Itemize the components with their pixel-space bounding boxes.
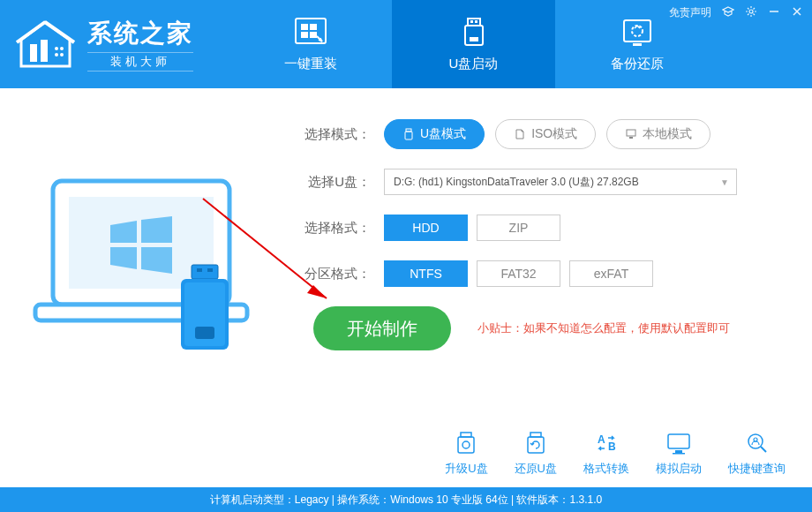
svg-point-5 (60, 53, 64, 56)
app-subtitle: 装机大师 (87, 52, 193, 72)
usb-select-row: 选择U盘： D:G: (hd1) KingstonDataTraveler 3.… (300, 169, 786, 195)
tab-reinstall[interactable]: 一键重装 (229, 0, 392, 88)
svg-point-19 (749, 10, 753, 13)
bottom-tools: 升级U盘 还原U盘 AB 格式转换 模拟启动 快捷键查询 (445, 431, 786, 477)
svg-rect-16 (624, 20, 650, 41)
svg-point-47 (754, 438, 757, 441)
illustration (26, 119, 274, 370)
svg-rect-0 (30, 44, 37, 62)
svg-rect-1 (41, 40, 48, 62)
format-row: 选择格式： HDD ZIP (300, 215, 786, 241)
tool-label: 格式转换 (583, 461, 629, 477)
svg-point-38 (462, 441, 470, 448)
svg-rect-45 (673, 453, 685, 455)
settings-icon[interactable] (745, 5, 757, 20)
tool-label: 模拟启动 (656, 461, 702, 477)
svg-rect-32 (627, 130, 635, 136)
status-text: 计算机启动类型：Legacy | 操作系统：Windows 10 专业版 64位… (210, 493, 602, 508)
tool-label: 升级U盘 (445, 461, 487, 477)
tool-label: 快捷键查询 (728, 461, 786, 477)
mode-label: 选择模式： (300, 126, 371, 143)
svg-rect-43 (668, 434, 689, 448)
tool-simulate-boot[interactable]: 模拟启动 (656, 431, 702, 477)
logo-area: 系统之家 装机大师 (0, 17, 193, 72)
hotkey-icon (743, 431, 771, 456)
svg-rect-24 (192, 265, 218, 279)
format-label: 选择格式： (300, 220, 371, 237)
svg-rect-26 (207, 268, 213, 272)
main-tabs: 一键重装 U盘启动 备份还原 (229, 0, 718, 88)
svg-rect-9 (301, 32, 308, 38)
mode-label-text: ISO模式 (531, 126, 577, 142)
tool-hotkey-query[interactable]: 快捷键查询 (728, 431, 786, 477)
usb-icon (402, 128, 415, 140)
svg-rect-37 (458, 437, 474, 453)
usb-select[interactable]: D:G: (hd1) KingstonDataTraveler 3.0 (U盘)… (384, 169, 737, 195)
svg-rect-10 (310, 32, 317, 38)
start-button[interactable]: 开始制作 (313, 306, 451, 350)
svg-rect-12 (470, 20, 473, 23)
svg-rect-11 (468, 19, 480, 26)
main-content: 选择模式： U盘模式 ISO模式 本地模式 选择U盘： D:G: (hd1) K… (0, 88, 812, 370)
mode-iso[interactable]: ISO模式 (495, 119, 596, 149)
status-bar: 计算机启动类型：Legacy | 操作系统：Windows 10 专业版 64位… (0, 487, 812, 512)
svg-rect-31 (405, 132, 412, 139)
close-button[interactable] (791, 5, 803, 20)
mode-row: 选择模式： U盘模式 ISO模式 本地模式 (300, 119, 786, 149)
window-controls: 免责声明 (669, 5, 803, 20)
mode-local[interactable]: 本地模式 (606, 119, 710, 149)
partition-fat32[interactable]: FAT32 (477, 260, 560, 287)
iso-icon (514, 128, 526, 140)
svg-rect-33 (629, 137, 633, 139)
minimize-button[interactable] (768, 5, 780, 20)
svg-rect-25 (197, 268, 202, 272)
svg-rect-8 (310, 24, 317, 30)
svg-point-18 (632, 26, 643, 36)
monitor-icon (665, 431, 693, 456)
usb-label: 选择U盘： (300, 174, 371, 191)
tab-usb-boot[interactable]: U盘启动 (392, 0, 555, 88)
tip-text: 小贴士：如果不知道怎么配置，使用默认配置即可 (477, 320, 730, 336)
svg-rect-15 (470, 37, 478, 41)
svg-rect-7 (301, 24, 308, 30)
usb-upgrade-icon (452, 431, 480, 456)
svg-rect-29 (195, 327, 214, 339)
svg-rect-40 (528, 437, 544, 453)
svg-point-3 (60, 47, 64, 50)
svg-text:A: A (598, 433, 605, 446)
backup-restore-icon (619, 17, 656, 49)
usb-selected-value: D:G: (hd1) KingstonDataTraveler 3.0 (U盘)… (394, 175, 639, 190)
mode-label-text: U盘模式 (420, 126, 466, 142)
format-zip[interactable]: ZIP (477, 215, 560, 241)
tab-label: U盘启动 (449, 56, 499, 72)
svg-rect-17 (633, 43, 642, 46)
tool-format-convert[interactable]: AB 格式转换 (583, 431, 629, 477)
partition-ntfs[interactable]: NTFS (384, 260, 468, 287)
laptop-usb-illustration (26, 172, 265, 366)
mode-usb[interactable]: U盘模式 (384, 119, 485, 149)
graduation-icon[interactable] (722, 5, 734, 20)
tab-label: 备份还原 (611, 56, 664, 72)
partition-exfat[interactable]: exFAT (569, 260, 653, 287)
tab-label: 一键重装 (284, 56, 337, 72)
format-hdd[interactable]: HDD (384, 215, 468, 241)
svg-point-2 (55, 47, 58, 50)
tool-upgrade-usb[interactable]: 升级U盘 (445, 431, 487, 477)
monitor-icon (625, 128, 637, 140)
svg-rect-14 (465, 26, 483, 45)
svg-rect-44 (675, 450, 682, 453)
usb-restore-icon (522, 431, 550, 456)
partition-row: 分区格式： NTFS FAT32 exFAT (300, 260, 786, 287)
partition-label: 分区格式： (300, 266, 371, 282)
usb-boot-icon (455, 17, 492, 49)
tool-label: 还原U盘 (515, 461, 557, 477)
header: 系统之家 装机大师 一键重装 U盘启动 备份还原 免责声明 (0, 0, 812, 88)
svg-text:B: B (608, 440, 616, 453)
logo-icon (12, 18, 79, 71)
mode-label-text: 本地模式 (643, 126, 692, 142)
disclaimer-link[interactable]: 免责声明 (669, 5, 711, 20)
svg-rect-13 (475, 20, 477, 23)
format-convert-icon: AB (592, 431, 620, 456)
tool-restore-usb[interactable]: 还原U盘 (515, 431, 557, 477)
windows-reinstall-icon (292, 17, 329, 49)
